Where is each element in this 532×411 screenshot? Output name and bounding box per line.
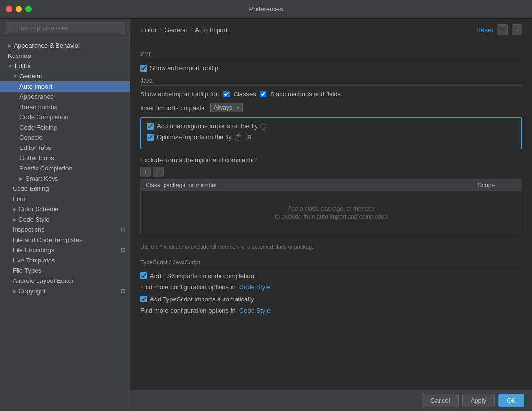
ts-config-line-2: Find more configuration options in Code … [140,307,522,314]
breadcrumb: Editor › General › Auto Import [140,26,477,34]
apply-button[interactable]: Apply [462,394,495,407]
java-tooltip-label: Show auto-import tooltip for: [140,91,220,98]
ts-auto-import-row: Add TypeScript imports automatically [140,296,522,303]
add-exclude-button[interactable]: + [140,167,151,177]
arrow-icon: ▶ [8,43,12,48]
remove-exclude-button[interactable]: − [153,167,164,177]
ts-code-style-link-2[interactable]: Code Style [239,307,271,314]
search-icon: ⌕ [8,25,12,31]
search-input[interactable] [5,22,125,34]
java-classes-checkbox[interactable] [223,91,230,97]
ok-button[interactable]: OK [498,394,524,407]
sidebar-item-inspections[interactable]: Inspections ⊡ [0,224,130,235]
breadcrumb-editor: Editor [140,26,157,34]
xml-show-tooltip-row: Show auto-import tooltip [140,64,522,72]
content-header: Editor › General › Auto Import Reset ← → [130,19,532,41]
ts-es6-checkbox[interactable] [140,272,147,279]
sidebar-item-code-folding[interactable]: Code Folding [0,122,130,132]
xml-show-tooltip-checkbox[interactable] [140,65,147,72]
optimize-imports-link-icon[interactable]: ⊞ [246,134,251,141]
java-static-label: Static methods and fields [270,91,341,98]
forward-arrow-icon: → [514,26,520,33]
insert-imports-select-wrap[interactable]: Always Ask Never ▼ [210,103,243,112]
content-area: Editor › General › Auto Import Reset ← →… [130,19,532,411]
sidebar-item-appearance[interactable]: Appearance [0,92,130,102]
main-layout: ⌕ ▶ Appearance & Behavior Keymap ▼ Edito… [0,19,532,411]
sidebar-item-postfix-completion[interactable]: Postfix Completion [0,163,130,173]
sidebar-item-console[interactable]: Console [0,132,130,143]
sidebar-item-file-code-templates[interactable]: File and Code Templates [0,235,130,245]
ts-es6-row: Add ES6 imports on code completion [140,272,522,280]
sidebar-item-keymap[interactable]: Keymap [0,51,130,61]
sidebar-item-code-completion[interactable]: Code Completion [0,112,130,122]
optimize-imports-checkbox[interactable] [147,134,154,141]
sidebar-item-live-templates[interactable]: Live Templates [0,255,130,265]
back-button[interactable]: ← [497,24,508,35]
insert-imports-row: Insert imports on paste: Always Ask Neve… [140,103,522,112]
window-controls[interactable] [6,6,32,12]
ts-auto-import-label: Add TypeScript imports automatically [150,296,254,303]
arrow-icon: ▶ [13,288,17,294]
sidebar-item-appearance-behavior[interactable]: ▶ Appearance & Behavior [0,40,130,51]
forward-button[interactable]: → [512,24,522,35]
minimize-button[interactable] [16,6,22,12]
highlight-box: Add unambiguous imports on the fly ? Opt… [140,117,522,149]
arrow-icon: ▶ [13,206,17,212]
sidebar-item-code-style[interactable]: ▶ Code Style [0,214,130,224]
sidebar-item-editor[interactable]: ▼ Editor [0,61,130,71]
sidebar-item-font[interactable]: Font [0,194,130,204]
maximize-button[interactable] [25,6,32,12]
search-box[interactable]: ⌕ [0,19,130,38]
sidebar-item-gutter-icons[interactable]: Gutter Icons [0,153,130,163]
sidebar-item-file-types[interactable]: File Types [0,265,130,276]
sidebar: ⌕ ▶ Appearance & Behavior Keymap ▼ Edito… [0,19,130,411]
xml-show-tooltip-label: Show auto-import tooltip [150,64,218,72]
add-unambiguous-row: Add unambiguous imports on the fly ? [147,122,515,130]
content-body: XML Show auto-import tooltip Java Show a… [130,41,532,390]
breadcrumb-sep-1: › [160,26,162,33]
exclude-table-body: Add a class, package, or member to exclu… [141,191,522,235]
sidebar-item-breadcrumbs[interactable]: Breadcrumbs [0,102,130,112]
nav-tree: ▶ Appearance & Behavior Keymap ▼ Editor … [0,38,130,411]
sidebar-item-code-editing[interactable]: Code Editing [0,184,130,194]
sidebar-item-file-encodings[interactable]: File Encodings ⊡ [0,245,130,255]
arrow-icon: ▼ [8,63,13,69]
ts-auto-import-checkbox[interactable] [140,296,147,302]
add-unambiguous-help-icon[interactable]: ? [260,123,267,130]
breadcrumb-auto-import: Auto Import [195,26,227,34]
java-static-checkbox[interactable] [260,91,266,97]
inspections-badge: ⊡ [121,226,125,233]
close-button[interactable] [6,6,12,12]
window-title: Preferences [249,5,283,13]
ts-config-text-2: Find more configuration options in [140,307,236,314]
exclude-table-header: Class, package, or member Scope [141,180,522,191]
sidebar-item-general[interactable]: ▼ General [0,71,130,81]
ts-config-line-1: Find more configuration options in Code … [140,283,522,291]
java-classes-label: Classes [234,91,256,98]
cancel-button[interactable]: Cancel [422,394,458,407]
bottom-bar: Cancel Apply OK [130,390,532,411]
sidebar-item-android-layout-editor[interactable]: Android Layout Editor [0,276,130,286]
ts-config-text-1: Find more configuration options in [140,283,236,291]
add-unambiguous-checkbox[interactable] [147,123,154,130]
sidebar-item-editor-tabs[interactable]: Editor Tabs [0,143,130,153]
reset-button[interactable]: Reset [477,26,493,34]
ts-code-style-link-1[interactable]: Code Style [239,283,271,291]
xml-section-label: XML [140,51,522,59]
ts-es6-label: Add ES6 imports on code completion [150,272,254,280]
exclude-section: Exclude from auto-import and completion:… [140,156,522,235]
copyright-badge: ⊡ [121,288,125,294]
sidebar-item-copyright[interactable]: ▶ Copyright ⊡ [0,286,130,296]
sidebar-item-smart-keys[interactable]: ▶ Smart Keys [0,173,130,184]
file-encodings-badge: ⊡ [121,247,125,253]
sidebar-item-color-scheme[interactable]: ▶ Color Scheme [0,204,130,214]
exclude-label: Exclude from auto-import and completion: [140,156,522,164]
insert-imports-select[interactable]: Always Ask Never [210,103,243,112]
optimize-imports-row: Optimize imports on the fly ? ⊞ [147,133,515,141]
optimize-imports-label: Optimize imports on the fly [157,133,232,141]
add-unambiguous-label: Add unambiguous imports on the fly [157,122,257,130]
exclude-col-scope: Scope [478,182,517,188]
exclude-table: Class, package, or member Scope Add a cl… [140,179,522,235]
optimize-imports-help-icon[interactable]: ? [235,134,241,141]
sidebar-item-auto-import[interactable]: Auto Import [0,81,130,92]
